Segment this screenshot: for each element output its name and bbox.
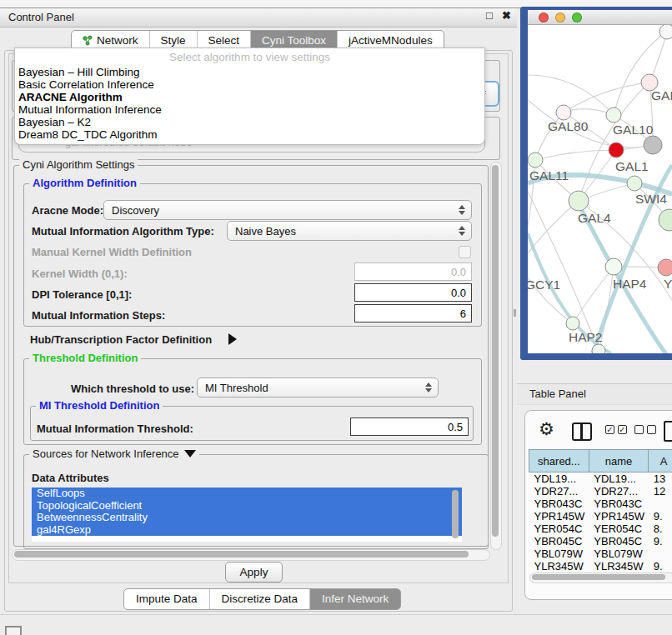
- manual-kernel-checkbox[interactable]: [459, 246, 471, 258]
- page-icon[interactable]: [664, 421, 672, 442]
- table-cell[interactable]: YPR145W: [589, 510, 648, 522]
- table-cell[interactable]: YER054C: [589, 522, 648, 535]
- network-node-gal11[interactable]: [528, 152, 543, 168]
- table-cell[interactable]: YER054C: [529, 522, 589, 535]
- network-node-gal10[interactable]: [606, 108, 621, 122]
- table-cell[interactable]: YPR145W: [529, 510, 589, 522]
- table-cell[interactable]: 13: [649, 472, 672, 486]
- hub-section-label[interactable]: Hub/Transcription Factor Definition: [30, 333, 212, 346]
- float-window-icon[interactable]: □: [486, 9, 493, 22]
- algorithm-dropdown-popup: Select algorithm to view settings Bayesi…: [14, 48, 485, 145]
- settings-vscroll-thumb[interactable]: [492, 165, 499, 537]
- dpi-tolerance-input[interactable]: 0.0: [354, 283, 472, 302]
- network-node-gal4[interactable]: [569, 191, 589, 211]
- table-cell[interactable]: YBR045C: [589, 535, 648, 548]
- tab-impute-data[interactable]: Impute Data: [124, 589, 210, 609]
- network-edge[interactable]: [614, 32, 667, 115]
- collapsed-panel-icon[interactable]: [5, 626, 22, 635]
- table-cell[interactable]: 8.: [649, 522, 672, 535]
- apply-button[interactable]: Apply: [225, 562, 283, 582]
- network-canvas[interactable]: GAL7GAL80GAL10GAL1GAL11SWI4GAL4GCY1HAP4Y…: [528, 25, 672, 353]
- attribute-list-item[interactable]: TopologicalCoefficient: [32, 500, 462, 512]
- dropdown-item[interactable]: Bayesian – K2: [15, 116, 484, 128]
- zoom-traffic-light[interactable]: [572, 12, 582, 22]
- table-cell[interactable]: YLR345W: [529, 560, 589, 572]
- split-columns-icon[interactable]: [572, 422, 592, 441]
- table-cell[interactable]: YBR043C: [529, 498, 589, 510]
- network-node-gal1[interactable]: [609, 142, 624, 158]
- table-cell[interactable]: YBL079W: [529, 548, 589, 560]
- table-cell[interactable]: YDR27...: [529, 485, 589, 498]
- network-node-hap2[interactable]: [566, 317, 579, 330]
- table-cell[interactable]: YDL19...: [589, 472, 648, 486]
- table-cell[interactable]: YBL079W: [589, 548, 648, 560]
- minimize-traffic-light[interactable]: [555, 12, 565, 22]
- column-header-3[interactable]: A: [649, 450, 672, 472]
- table-cell[interactable]: YLR345W: [589, 560, 648, 572]
- node-attribute-table[interactable]: shared...nameA YDL19...YDL19...13YDR27..…: [529, 449, 672, 585]
- which-threshold-label: Which threshold to use:: [71, 382, 194, 395]
- close-traffic-light[interactable]: [539, 12, 549, 22]
- tab-infer-network[interactable]: Infer Network: [310, 589, 400, 609]
- panel-splitter-handle[interactable]: [514, 309, 516, 317]
- table-row[interactable]: YBR043CYBR043C: [529, 498, 672, 510]
- network-window-titlebar[interactable]: [528, 10, 672, 25]
- gear-icon[interactable]: ⚙: [539, 420, 554, 438]
- aracne-mode-combo[interactable]: Discovery: [103, 200, 472, 220]
- dropdown-item[interactable]: Mutual Information Inference: [15, 103, 484, 116]
- sources-legend: Sources for Network Inference: [33, 448, 179, 460]
- table-row[interactable]: YDL19...YDL19...13: [529, 472, 672, 486]
- table-cell[interactable]: YBR043C: [589, 498, 648, 510]
- network-node[interactable]: [592, 344, 605, 353]
- attribute-list-item[interactable]: gal4RGexp: [32, 524, 462, 537]
- which-threshold-combo[interactable]: MI Threshold: [197, 378, 439, 398]
- table-cell[interactable]: YDL19...: [529, 472, 589, 486]
- chevron-down-icon[interactable]: [184, 450, 196, 458]
- list-scrollbar[interactable]: [452, 490, 459, 538]
- deselect-all-icon[interactable]: [634, 425, 656, 434]
- dropdown-item[interactable]: Dream8 DC_TDC Algorithm: [15, 128, 484, 141]
- dropdown-item[interactable]: Bayesian – Hill Climbing: [15, 66, 484, 78]
- network-node-swi4[interactable]: [627, 176, 642, 191]
- table-row[interactable]: YLR345WYLR345W9.: [529, 560, 672, 572]
- dpi-tolerance-label: DPI Tolerance [0,1]:: [32, 288, 132, 301]
- data-attributes-label: Data Attributes: [32, 472, 109, 484]
- table-cell[interactable]: YBR045C: [529, 535, 589, 548]
- chevron-right-icon[interactable]: [228, 333, 237, 345]
- table-cell[interactable]: [649, 548, 672, 560]
- column-header-2[interactable]: name: [589, 450, 648, 472]
- kernel-width-input[interactable]: 0.0: [354, 262, 472, 281]
- table-cell[interactable]: 9.: [649, 535, 672, 548]
- table-cell[interactable]: 9.: [649, 560, 672, 572]
- tab-discretize-data[interactable]: Discretize Data: [210, 589, 311, 609]
- network-node-y[interactable]: [658, 259, 672, 276]
- network-node-hap4[interactable]: [605, 258, 622, 275]
- table-cell[interactable]: 9.: [649, 510, 672, 522]
- mi-steps-label: Mutual Information Steps:: [32, 309, 165, 322]
- table-cell[interactable]: YDR27...: [589, 485, 648, 498]
- network-node[interactable]: [659, 209, 672, 231]
- dropdown-item[interactable]: Basic Correlation Inference: [15, 78, 484, 91]
- table-row[interactable]: YDR27...YDR27...12: [529, 485, 672, 498]
- network-edge[interactable]: [535, 150, 616, 160]
- mi-threshold-input[interactable]: 0.5: [350, 418, 469, 436]
- attribute-list-item[interactable]: BetweennessCentrality: [32, 512, 462, 524]
- table-hscroll-thumb[interactable]: [532, 574, 665, 580]
- attribute-list-item[interactable]: SelfLoops: [32, 488, 462, 500]
- network-node[interactable]: [644, 136, 662, 154]
- table-cell[interactable]: 12: [649, 485, 672, 498]
- table-row[interactable]: YBR045CYBR045C9.: [529, 535, 672, 548]
- network-node[interactable]: [659, 25, 672, 39]
- mi-type-combo[interactable]: Naive Bayes: [227, 221, 472, 241]
- table-row[interactable]: YBL079WYBL079W: [529, 548, 672, 560]
- dropdown-item[interactable]: ARACNE Algorithm: [15, 91, 484, 103]
- settings-hscroll-thumb[interactable]: [14, 551, 469, 558]
- column-header-1[interactable]: shared...: [529, 450, 589, 472]
- table-cell[interactable]: [649, 498, 672, 510]
- mi-steps-input[interactable]: 6: [354, 304, 472, 322]
- select-all-icon[interactable]: ✓✓: [605, 425, 627, 434]
- table-row[interactable]: YER054CYER054C8.: [529, 522, 672, 535]
- table-row[interactable]: YPR145WYPR145W9.: [529, 510, 672, 522]
- close-icon[interactable]: ✖: [502, 9, 511, 22]
- network-node-gal80[interactable]: [556, 105, 571, 120]
